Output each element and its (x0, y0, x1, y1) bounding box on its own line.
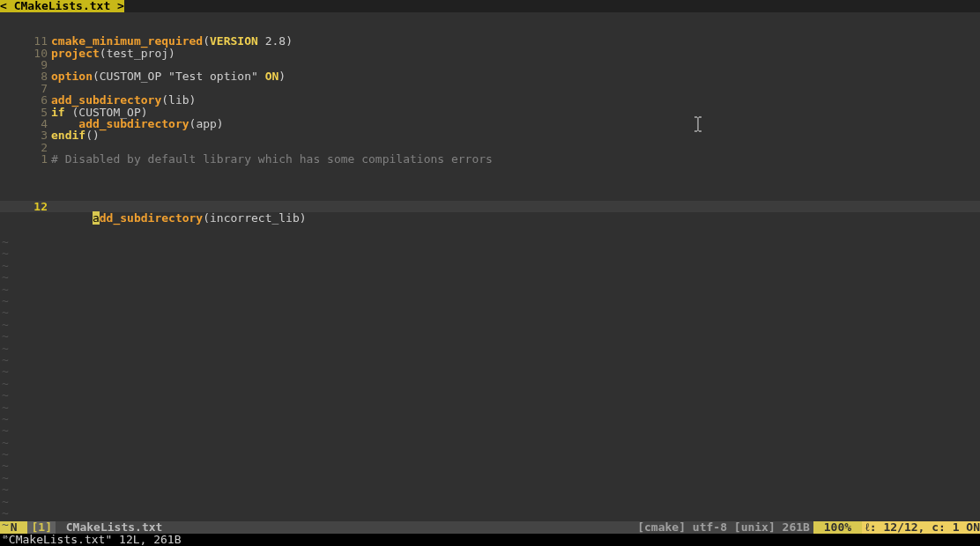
code-line-content[interactable]: cmake_minimum_required(VERSION 2.8) (51, 35, 980, 47)
code-line[interactable]: 10project(test_proj) (0, 48, 980, 59)
empty-line-tilde: ~ (0, 319, 980, 330)
line-number: 8 (0, 70, 51, 82)
empty-line-tilde: ~ (0, 437, 980, 448)
empty-line-tilde: ~ (0, 271, 980, 283)
empty-line-tilde: ~ (0, 448, 980, 460)
empty-line-tilde: ~ (0, 389, 980, 401)
tab-arrow-right-icon[interactable]: > (117, 0, 124, 12)
empty-line-tilde: ~ (0, 378, 980, 389)
code-line[interactable]: 1# Disabled by default library which has… (0, 153, 980, 165)
code-line-content[interactable] (51, 59, 980, 70)
empty-line-tilde: ~ (0, 472, 980, 483)
code-line[interactable]: 11cmake_minimum_required(VERSION 2.8) (0, 35, 980, 47)
tab-active[interactable]: CMakeLists.txt (7, 0, 117, 12)
empty-line-tilde: ~ (0, 542, 980, 546)
empty-line-tilde: ~ (0, 424, 980, 436)
empty-line-tilde: ~ (0, 247, 980, 259)
code-line-content[interactable]: option(CUSTOM_OP "Test option" ON) (51, 70, 980, 82)
tab-bar: < CMakeLists.txt > (0, 0, 980, 12)
empty-line-tilde: ~ (0, 330, 980, 342)
line-number: 1 (0, 153, 51, 165)
line-number: 10 (0, 48, 51, 59)
code-line-content[interactable]: endif() (51, 129, 980, 141)
code-line-content[interactable]: add_subdirectory(incorrect_lib) (51, 201, 980, 212)
code-line-content[interactable]: add_subdirectory(app) (51, 118, 980, 129)
code-line-content[interactable] (51, 83, 980, 94)
code-line-content[interactable] (51, 142, 980, 153)
empty-line-tilde: ~ (0, 306, 980, 318)
line-number: 11 (0, 35, 51, 47)
empty-line-tilde: ~ (0, 496, 980, 507)
code-line[interactable]: 9 (0, 59, 980, 70)
line-number: 6 (0, 94, 51, 106)
code-line-current[interactable]: 12 add_subdirectory(incorrect_lib) (0, 201, 980, 212)
line-number: 7 (0, 83, 51, 94)
line-number: 2 (0, 142, 51, 153)
line-number: 12 (0, 201, 51, 212)
empty-line-tilde: ~ (0, 236, 980, 247)
empty-line-tilde: ~ (0, 507, 980, 519)
code-line-content[interactable]: project(test_proj) (51, 48, 980, 59)
code-line[interactable]: 5if (CUSTOM_OP) (0, 107, 980, 118)
line-number: 4 (0, 118, 51, 129)
code-line[interactable]: 4 add_subdirectory(app) (0, 118, 980, 129)
empty-line-tilde: ~ (0, 343, 980, 354)
line-number: 9 (0, 59, 51, 70)
empty-line-tilde: ~ (0, 284, 980, 295)
empty-line-tilde: ~ (0, 402, 980, 413)
code-line[interactable]: 6add_subdirectory(lib) (0, 94, 980, 106)
empty-line-tilde: ~ (0, 413, 980, 424)
code-line[interactable]: 8option(CUSTOM_OP "Test option" ON) (0, 70, 980, 82)
tab-arrow-left-icon[interactable]: < (0, 0, 7, 12)
code-line-content[interactable]: if (CUSTOM_OP) (51, 107, 980, 118)
empty-line-tilde: ~ (0, 260, 980, 271)
editor-viewport[interactable]: 11cmake_minimum_required(VERSION 2.8)10p… (0, 12, 980, 521)
empty-line-tilde: ~ (0, 365, 980, 377)
line-number: 5 (0, 107, 51, 118)
empty-line-tilde: ~ (0, 295, 980, 306)
block-cursor: a (93, 211, 100, 225)
code-line[interactable]: 7 (0, 83, 980, 94)
code-line[interactable]: 2 (0, 142, 980, 153)
empty-line-tilde: ~ (0, 519, 980, 530)
code-line-content[interactable]: # Disabled by default library which has … (51, 153, 980, 165)
code-line-content[interactable]: add_subdirectory(lib) (51, 94, 980, 106)
empty-line-tilde: ~ (0, 460, 980, 471)
empty-line-tilde: ~ (0, 483, 980, 495)
empty-line-tilde: ~ (0, 354, 980, 365)
code-line[interactable]: 3endif() (0, 129, 980, 141)
empty-line-tilde: ~ (0, 531, 980, 542)
line-number: 3 (0, 129, 51, 141)
